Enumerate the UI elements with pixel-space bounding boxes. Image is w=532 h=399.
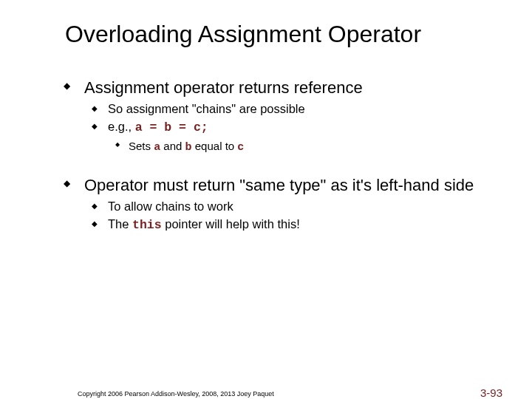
page-number: 3-93 [480, 386, 502, 399]
text: equal to [192, 140, 238, 152]
text: and [160, 140, 185, 152]
code-inline: c [237, 141, 244, 154]
slide: Overloading Assignment Operator Assignme… [0, 21, 532, 399]
text: Sets [129, 140, 154, 152]
bullet-l2: e.g., a = b = c; [92, 119, 488, 136]
slide-title: Overloading Assignment Operator [65, 21, 532, 48]
bullet-l1: Operator must return "same type" as it's… [64, 175, 488, 196]
bullet-l3: Sets a and b equal to c [115, 139, 488, 155]
text: e.g., [108, 120, 135, 133]
bullet-l2: So assignment "chains" are possible [92, 101, 488, 117]
slide-content: Assignment operator returns reference So… [64, 78, 488, 233]
spacer [64, 156, 488, 166]
bullet-l2: The this pointer will help with this! [92, 216, 488, 233]
code-inline: a = b = c; [135, 120, 208, 134]
copyright-text: Copyright 2006 Pearson Addison-Wesley, 2… [78, 390, 274, 398]
bullet-l1: Assignment operator returns reference [64, 78, 488, 98]
code-inline: a [154, 141, 160, 154]
text: The [108, 217, 132, 231]
code-inline: b [185, 141, 192, 154]
code-inline: this [132, 218, 162, 232]
text: pointer will help with this! [162, 217, 300, 231]
bullet-l2: To allow chains to work [92, 199, 488, 214]
